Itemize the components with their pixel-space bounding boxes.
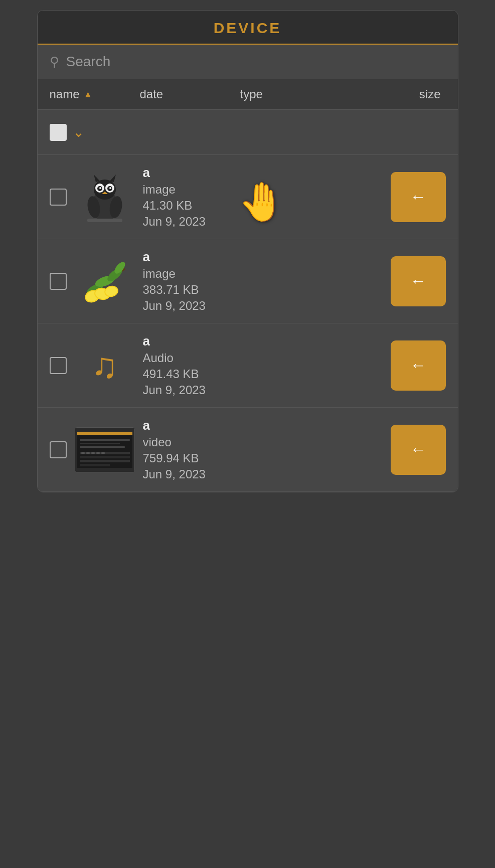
- svg-rect-19: [87, 219, 122, 222]
- select-all-checkbox[interactable]: [50, 124, 67, 141]
- import-arrow-icon: ←: [410, 440, 426, 459]
- file-row: a image 41.30 KB Jun 9, 2023 ← 🤚: [38, 155, 458, 239]
- select-all-row: ⌄: [38, 110, 458, 155]
- file-type: image: [143, 183, 383, 197]
- chevron-down-icon[interactable]: ⌄: [73, 124, 84, 140]
- col-header-date[interactable]: date: [140, 87, 240, 101]
- svg-marker-3: [110, 175, 116, 182]
- file-name: a: [143, 418, 383, 433]
- import-button[interactable]: ←: [391, 340, 446, 391]
- file-thumbnail: [75, 169, 135, 225]
- panel-title: DEVICE: [38, 20, 458, 37]
- file-name: a: [143, 165, 383, 181]
- file-row: ♫ a Audio 491.43 KB Jun 9, 2023 ←: [38, 323, 458, 408]
- file-row: a video 759.94 KB Jun 9, 2023 ←: [38, 408, 458, 492]
- column-headers: name ▲ date type size: [38, 79, 458, 110]
- file-name: a: [143, 249, 383, 265]
- audio-note-icon: ♫: [91, 348, 118, 383]
- svg-point-9: [109, 187, 111, 189]
- svg-rect-38: [80, 464, 110, 466]
- file-info: a video 759.94 KB Jun 9, 2023: [143, 418, 383, 481]
- svg-rect-32: [80, 439, 130, 441]
- file-checkbox[interactable]: [50, 357, 67, 374]
- svg-rect-30: [77, 432, 132, 468]
- svg-marker-2: [94, 175, 100, 182]
- search-bar: ⚲: [38, 45, 458, 79]
- import-arrow-icon: ←: [410, 188, 426, 206]
- svg-rect-31: [77, 432, 132, 435]
- file-name: a: [143, 333, 383, 349]
- import-arrow-icon: ←: [410, 272, 426, 290]
- import-button[interactable]: ←: [391, 425, 446, 475]
- file-thumbnail: [75, 422, 135, 477]
- file-date: Jun 9, 2023: [143, 383, 383, 397]
- file-date: Jun 9, 2023: [143, 299, 383, 313]
- video-thumb: [75, 427, 135, 472]
- svg-rect-42: [96, 452, 100, 454]
- svg-point-8: [99, 187, 101, 189]
- file-checkbox[interactable]: [50, 189, 67, 206]
- file-type: image: [143, 267, 383, 281]
- file-checkbox[interactable]: [50, 273, 67, 290]
- svg-rect-37: [80, 460, 130, 462]
- search-icon: ⚲: [50, 54, 59, 70]
- col-header-size[interactable]: size: [341, 87, 446, 101]
- import-button[interactable]: ←: [391, 172, 446, 222]
- svg-rect-33: [80, 443, 120, 444]
- file-info: a Audio 491.43 KB Jun 9, 2023: [143, 333, 383, 397]
- search-input[interactable]: [66, 54, 446, 70]
- svg-rect-43: [101, 452, 105, 454]
- file-thumbnail: ♫: [75, 338, 135, 393]
- svg-rect-41: [91, 452, 95, 454]
- file-size: 491.43 KB: [143, 367, 383, 381]
- file-type: Audio: [143, 351, 383, 365]
- file-size: 759.94 KB: [143, 451, 383, 465]
- file-date: Jun 9, 2023: [143, 467, 383, 481]
- lemon-icon: [77, 254, 132, 309]
- file-thumbnail: [75, 254, 135, 309]
- file-info: a image 41.30 KB Jun 9, 2023: [143, 165, 383, 229]
- sort-arrow-icon: ▲: [84, 89, 93, 100]
- owl-icon: [80, 172, 130, 222]
- device-panel: DEVICE ⚲ name ▲ date type size ⌄: [37, 10, 458, 492]
- svg-rect-40: [86, 452, 90, 454]
- file-type: video: [143, 435, 383, 449]
- file-info: a image 383.71 KB Jun 9, 2023: [143, 249, 383, 313]
- col-header-type[interactable]: type: [240, 87, 341, 101]
- col-header-name[interactable]: name ▲: [50, 87, 140, 101]
- file-row: a image 383.71 KB Jun 9, 2023 ←: [38, 239, 458, 323]
- svg-rect-34: [80, 446, 125, 448]
- svg-rect-39: [81, 452, 85, 454]
- import-button[interactable]: ←: [391, 256, 446, 306]
- svg-rect-36: [80, 456, 130, 458]
- import-arrow-icon: ←: [410, 356, 426, 375]
- file-date: Jun 9, 2023: [143, 215, 383, 229]
- panel-header: DEVICE: [38, 11, 458, 45]
- file-size: 383.71 KB: [143, 283, 383, 297]
- file-checkbox[interactable]: [50, 441, 67, 458]
- file-size: 41.30 KB: [143, 199, 383, 213]
